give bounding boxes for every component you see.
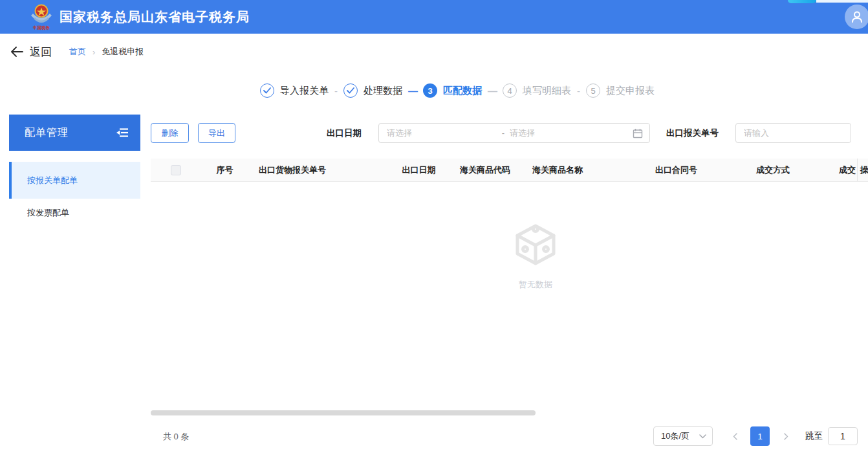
horizontal-scrollbar-thumb[interactable] bbox=[151, 410, 536, 415]
date-end-input[interactable] bbox=[510, 128, 620, 138]
step-4: 4 填写明细表 bbox=[503, 83, 571, 98]
step-5: 5 提交申报表 bbox=[586, 83, 655, 98]
sidebar-item-match-by-declaration[interactable]: 按报关单配单 bbox=[9, 162, 140, 199]
col-customs-commodity-name: 海关商品名称 bbox=[521, 159, 644, 181]
chevron-left-icon bbox=[733, 433, 737, 440]
sidebar-header: 配单管理 bbox=[9, 115, 140, 151]
sidebar-item-match-by-invoice[interactable]: 按发票配单 bbox=[9, 199, 140, 227]
date-range-separator: - bbox=[497, 128, 510, 138]
arrow-left-icon bbox=[10, 47, 23, 57]
sidebar-item-label: 按发票配单 bbox=[9, 207, 69, 219]
step-1-check-icon bbox=[260, 83, 274, 98]
step-4-label: 填写明细表 bbox=[523, 85, 571, 97]
active-indicator-bar bbox=[9, 162, 12, 199]
top-overlay-strip bbox=[816, 0, 868, 3]
select-all-checkbox[interactable] bbox=[171, 165, 181, 175]
total-count-text: 共 0 条 bbox=[163, 427, 189, 447]
export-date-label: 出口日期 bbox=[327, 123, 362, 143]
calendar-icon bbox=[633, 128, 643, 138]
step-3-number-badge: 3 bbox=[423, 83, 437, 98]
sidebar-items: 按报关单配单 按发票配单 bbox=[9, 162, 140, 227]
chevron-down-icon bbox=[699, 434, 706, 439]
step-5-number-badge: 5 bbox=[586, 83, 600, 98]
step-2-label: 处理数据 bbox=[363, 85, 402, 97]
sidebar-title: 配单管理 bbox=[25, 126, 69, 140]
col-actions-clipped: 操 bbox=[857, 159, 868, 181]
select-all-cell bbox=[151, 159, 201, 181]
user-avatar[interactable] bbox=[845, 5, 868, 29]
back-label: 返回 bbox=[30, 45, 52, 60]
table-header: 序号 出口货物报关单号 出口日期 海关商品代码 海关商品名称 出口合同号 成交方… bbox=[151, 159, 868, 182]
export-button[interactable]: 导出 bbox=[198, 123, 235, 143]
delete-button[interactable]: 删除 bbox=[151, 123, 189, 143]
step-5-label: 提交申报表 bbox=[606, 85, 655, 97]
nav-row: 返回 首页 › 免退税申报 bbox=[0, 39, 868, 65]
sidebar-item-label: 按报关单配单 bbox=[9, 175, 78, 186]
step-connector: - bbox=[334, 85, 338, 96]
prev-page-button[interactable] bbox=[725, 426, 744, 446]
export-date-range-picker[interactable]: - bbox=[378, 123, 650, 143]
jump-to-page-input[interactable] bbox=[828, 427, 858, 445]
breadcrumb-separator: › bbox=[92, 47, 95, 57]
person-icon bbox=[850, 10, 864, 24]
date-start-input[interactable] bbox=[387, 128, 497, 138]
col-transaction-mode: 成交方式 bbox=[731, 159, 815, 181]
step-3-label: 匹配数据 bbox=[443, 85, 482, 97]
current-page-button[interactable]: 1 bbox=[750, 426, 770, 446]
step-4-number-badge: 4 bbox=[503, 83, 517, 98]
step-wizard: 导入报关单 - 处理数据 — 3 匹配数据 — 4 填写明细表 - 5 提交申报… bbox=[260, 82, 655, 100]
breadcrumb-current: 免退税申报 bbox=[102, 46, 144, 58]
empty-state: 暂无数据 bbox=[490, 223, 581, 291]
col-export-date: 出口日期 bbox=[388, 159, 450, 181]
step-3-active: 3 匹配数据 bbox=[423, 83, 482, 98]
app-window: 中国税务 国家税务总局山东省电子税务局 返回 首页 › 免退税申报 bbox=[0, 0, 868, 464]
col-customs-commodity-code: 海关商品代码 bbox=[450, 159, 521, 181]
page-size-select[interactable]: 10条/页 bbox=[653, 426, 713, 446]
logo-caption: 中国税务 bbox=[33, 25, 50, 30]
step-connector: — bbox=[408, 85, 417, 96]
col-export-declaration-no: 出口货物报关单号 bbox=[249, 159, 388, 181]
top-header-bar: 中国税务 国家税务总局山东省电子税务局 bbox=[0, 0, 868, 34]
breadcrumb: 首页 › 免退税申报 bbox=[69, 39, 144, 65]
step-connector: — bbox=[488, 85, 497, 96]
step-1: 导入报关单 bbox=[260, 83, 329, 98]
step-2: 处理数据 bbox=[343, 83, 402, 98]
col-seq-no: 序号 bbox=[201, 159, 249, 181]
jump-to-label: 跳至 bbox=[805, 426, 823, 446]
chevron-right-icon bbox=[784, 433, 788, 440]
col-export-contract-no: 出口合同号 bbox=[644, 159, 731, 181]
step-connector: - bbox=[577, 85, 580, 96]
tax-bureau-emblem-icon: 中国税务 bbox=[28, 3, 54, 30]
next-page-button[interactable] bbox=[776, 426, 796, 446]
breadcrumb-home-link[interactable]: 首页 bbox=[69, 46, 86, 58]
step-1-label: 导入报关单 bbox=[280, 85, 329, 97]
step-2-check-icon bbox=[343, 83, 358, 98]
declaration-no-label: 出口报关单号 bbox=[666, 123, 719, 143]
declaration-no-input[interactable] bbox=[744, 128, 841, 138]
page-title: 国家税务总局山东省电子税务局 bbox=[60, 0, 250, 34]
declaration-no-field bbox=[735, 123, 851, 143]
empty-box-icon bbox=[512, 223, 559, 267]
top-overlay-pill bbox=[788, 0, 816, 3]
empty-state-text: 暂无数据 bbox=[490, 279, 581, 291]
col-transaction-clipped: 成交 bbox=[815, 159, 857, 181]
back-button[interactable]: 返回 bbox=[10, 41, 52, 62]
sidebar: 配单管理 按报关单配单 按发票配单 bbox=[9, 115, 140, 227]
collapse-panel-icon[interactable] bbox=[116, 127, 129, 138]
page-size-value: 10条/页 bbox=[661, 430, 689, 442]
